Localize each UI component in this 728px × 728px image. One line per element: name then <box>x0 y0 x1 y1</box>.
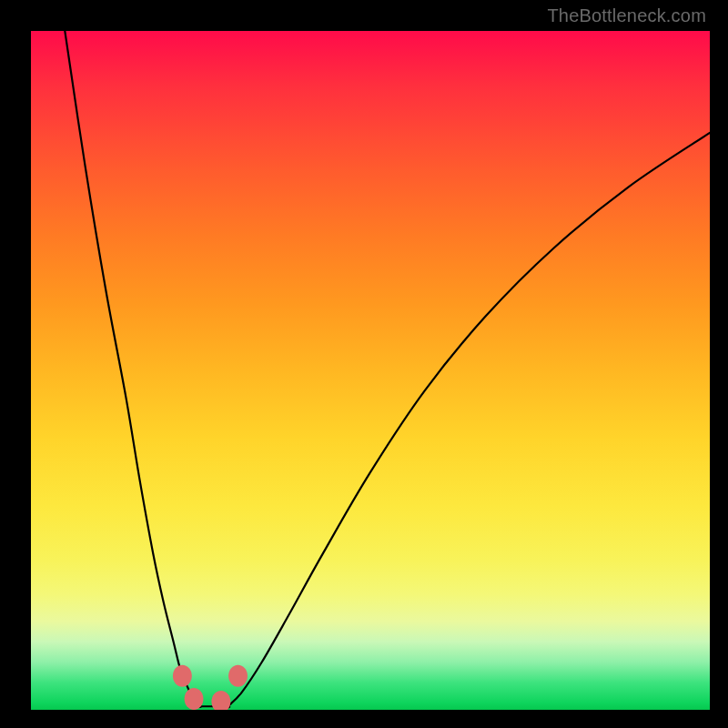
curve-marker-0 <box>173 665 192 687</box>
curve-marker-2 <box>211 691 230 710</box>
chart-frame: TheBottleneck.com <box>0 0 728 728</box>
watermark-text: TheBottleneck.com <box>547 5 706 26</box>
curve-marker-3 <box>228 665 248 687</box>
chart-svg <box>31 31 710 710</box>
plot-area <box>31 31 710 710</box>
curve-marker-1 <box>185 688 204 710</box>
bottleneck-curve <box>65 31 710 707</box>
